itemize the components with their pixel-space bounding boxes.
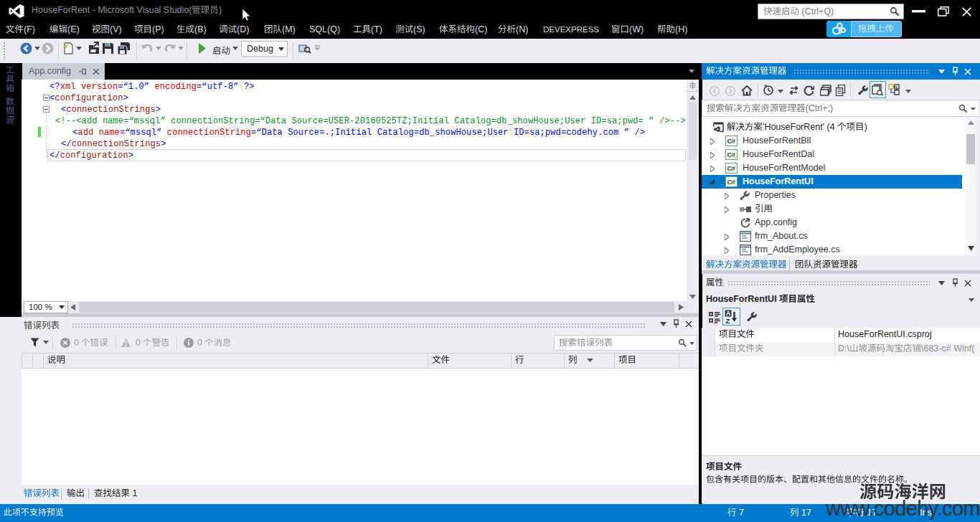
svg-text:Z: Z — [726, 317, 730, 324]
svg-text:A: A — [726, 310, 730, 317]
